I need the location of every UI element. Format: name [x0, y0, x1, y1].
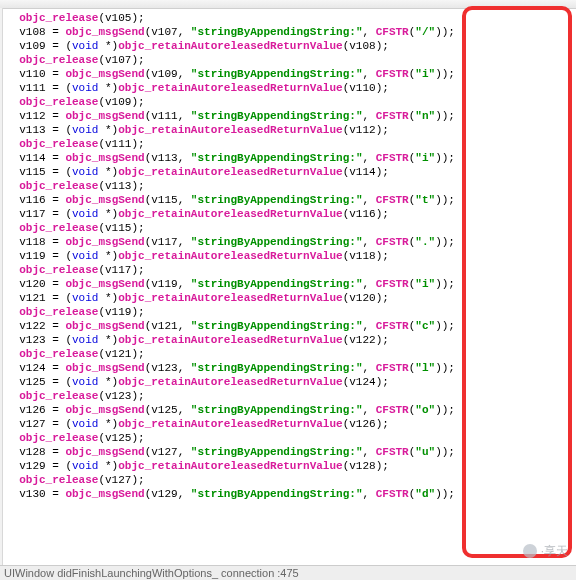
left-gutter: [0, 8, 3, 566]
status-bar: UIWindow didFinishLaunchingWithOptions_ …: [0, 565, 576, 580]
window-top-divider: [0, 0, 576, 9]
decompiler-code-view[interactable]: objc_release(v105); v108 = objc_msgSend(…: [0, 9, 576, 567]
status-text: UIWindow didFinishLaunchingWithOptions_ …: [4, 567, 299, 579]
